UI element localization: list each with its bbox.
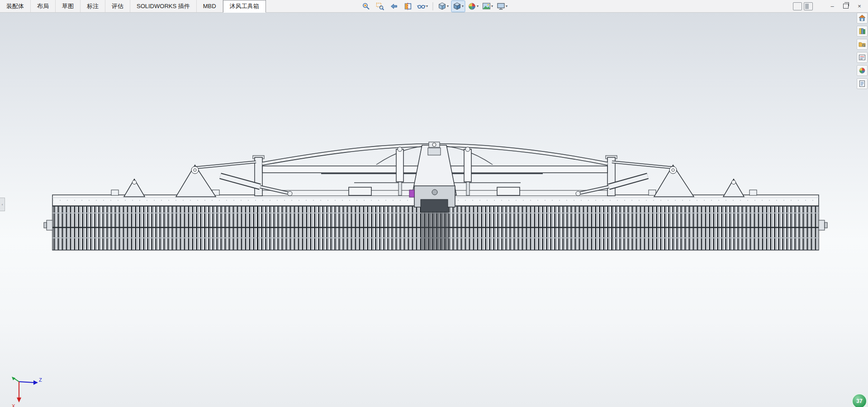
tab-layout[interactable]: 布局 [31, 0, 56, 12]
window-controls: – × [793, 0, 865, 12]
tab-mufeng-toolbox[interactable]: 沐风工具箱 [223, 0, 266, 13]
axis-x-label: X [12, 403, 15, 407]
graphics-area[interactable]: ‹ Z X 37 [0, 12, 868, 407]
tab-assembly[interactable]: 装配体 [0, 0, 31, 12]
axis-y-green [12, 377, 19, 382]
feature-tree-collapse-tab[interactable]: ‹ [0, 198, 5, 211]
tab-markup[interactable]: 标注 [81, 0, 105, 12]
command-manager-bar: 装配体 布局 草图 标注 评估 SOLIDWORKS 插件 MBD 沐风工具箱 [0, 0, 868, 13]
zoom-to-area-icon[interactable] [374, 1, 386, 12]
solidworks-window: ‹ Z X 37 [0, 0, 868, 407]
command-tabs: 装配体 布局 草图 标注 评估 SOLIDWORKS 插件 MBD 沐风工具箱 [0, 0, 266, 12]
view-orientation-icon[interactable]: ▾ [436, 1, 450, 12]
display-style-icon[interactable]: ▾ [451, 0, 465, 12]
restore-down-button[interactable] [840, 1, 852, 11]
close-button[interactable]: × [854, 1, 865, 11]
task-pane [857, 11, 868, 89]
dropdown-arrow-icon[interactable]: ▾ [506, 5, 508, 8]
previous-view-icon[interactable] [388, 1, 400, 12]
headsup-view-toolbar: ▾ ▾ ▾ [360, 0, 508, 12]
tine-rollers [44, 206, 827, 250]
tab-evaluate[interactable]: 评估 [105, 0, 130, 12]
file-explorer-icon[interactable] [857, 39, 868, 50]
notification-badge[interactable]: 37 [852, 393, 867, 407]
minimize-button[interactable]: – [826, 1, 838, 11]
tab-sketch[interactable]: 草图 [56, 0, 81, 12]
section-view-icon[interactable] [402, 1, 414, 12]
appearances-scenes-icon[interactable] [857, 65, 868, 76]
solidworks-resources-icon[interactable] [857, 13, 868, 24]
dock-panel-icon[interactable] [804, 2, 813, 10]
zoom-to-fit-icon[interactable] [360, 1, 372, 12]
view-settings-icon[interactable]: ▾ [495, 1, 508, 12]
axis-z-label: Z [39, 377, 42, 383]
tab-addins[interactable]: SOLIDWORKS 插件 [130, 0, 197, 12]
reference-triad: Z X [8, 376, 49, 407]
assembly-model[interactable] [0, 0, 868, 407]
dropdown-arrow-icon[interactable]: ▾ [462, 5, 464, 8]
view-palette-icon[interactable] [857, 52, 868, 63]
axis-x-red [17, 382, 21, 402]
edit-appearance-icon[interactable]: ▾ [466, 1, 479, 12]
dropdown-arrow-icon[interactable]: ▾ [491, 5, 493, 8]
dropdown-arrow-icon[interactable]: ▾ [426, 5, 428, 8]
tab-mbd[interactable]: MBD [197, 0, 223, 12]
dropdown-arrow-icon[interactable]: ▾ [477, 5, 479, 8]
apply-scene-icon[interactable]: ▾ [481, 1, 494, 12]
design-library-icon[interactable] [857, 26, 868, 37]
dropdown-arrow-icon[interactable]: ▾ [447, 5, 449, 8]
axis-z-blue [19, 380, 38, 385]
dock-preview-icon[interactable] [793, 2, 802, 10]
hide-show-items-icon[interactable]: ▾ [416, 1, 429, 12]
custom-properties-icon[interactable] [857, 78, 868, 89]
toolbar-separator [432, 2, 433, 10]
restore-icon [843, 4, 849, 9]
